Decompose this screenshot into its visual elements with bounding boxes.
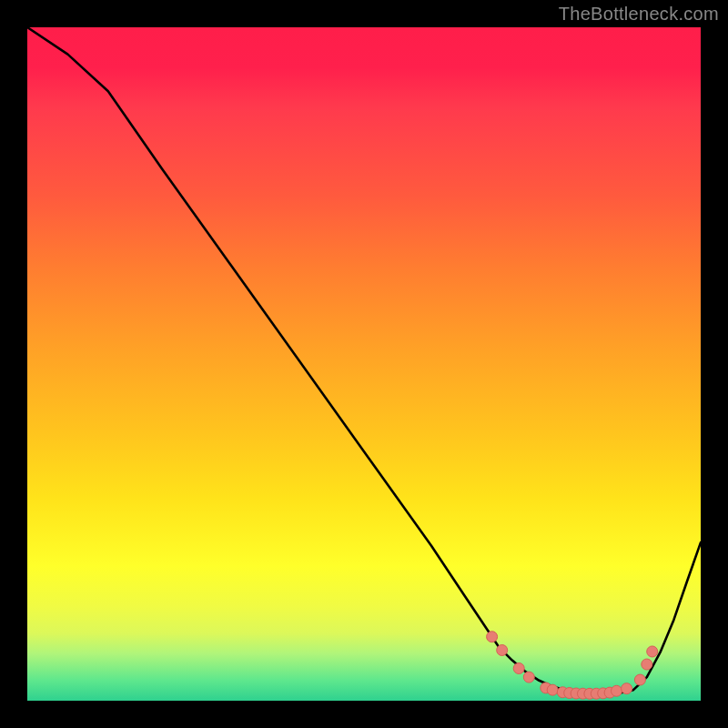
curve-marker bbox=[634, 674, 645, 685]
curve-marker bbox=[523, 672, 534, 682]
plot-area bbox=[27, 27, 701, 701]
curve-marker bbox=[487, 632, 498, 642]
curve-marker bbox=[547, 684, 558, 695]
curve-marker bbox=[513, 662, 524, 673]
curve-marker bbox=[647, 646, 658, 657]
curve-line bbox=[27, 27, 701, 693]
curve-marker bbox=[642, 659, 652, 670]
chart-frame: TheBottleneck.com bbox=[0, 0, 728, 728]
curve-marker bbox=[497, 645, 508, 656]
watermark-label: TheBottleneck.com bbox=[559, 4, 719, 25]
curve-marker bbox=[622, 683, 632, 694]
curve-marker bbox=[612, 685, 622, 696]
marker-group bbox=[487, 632, 658, 700]
chart-svg bbox=[27, 27, 701, 701]
